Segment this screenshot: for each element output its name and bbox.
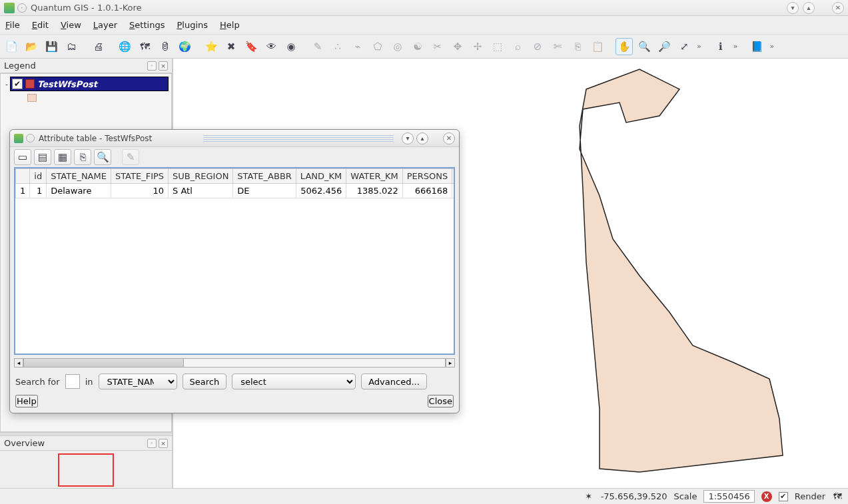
dialog-close-button[interactable]: ✕ xyxy=(443,132,455,144)
menu-layer[interactable]: Layer xyxy=(93,20,117,30)
toolbar-overflow-3[interactable]: » xyxy=(768,42,775,51)
copy-icon[interactable]: ⎘ xyxy=(569,38,586,55)
delete-selected-icon[interactable]: ⊘ xyxy=(529,38,546,55)
minimize-button[interactable]: ▾ xyxy=(787,2,799,14)
save-as-icon[interactable]: 🗂 xyxy=(63,38,80,55)
menu-settings[interactable]: Settings xyxy=(129,20,165,30)
table-hscrollbar[interactable]: ◂ ▸ xyxy=(14,358,455,368)
close-window-button[interactable]: ✕ xyxy=(832,2,844,14)
table-row[interactable]: 1 1 Delaware 10 S Atl DE 5062.456 1385.0… xyxy=(16,184,456,198)
move-top-icon[interactable]: ▤ xyxy=(34,149,51,165)
add-vector-icon[interactable]: 🌐 xyxy=(116,38,133,55)
zoom-out-icon[interactable]: 🔎 xyxy=(655,38,673,55)
menu-view[interactable]: View xyxy=(61,20,81,30)
col-state-fips[interactable]: STATE_FIPS xyxy=(111,169,168,184)
add-island-icon[interactable]: ☯ xyxy=(409,38,426,55)
move-feature-icon[interactable]: ✢ xyxy=(469,38,486,55)
pan-icon[interactable]: ✋ xyxy=(616,38,633,55)
menu-bar: File Edit View Layer Settings Plugins He… xyxy=(0,16,848,35)
search-text-input[interactable] xyxy=(65,374,80,389)
legend-close-icon[interactable]: × xyxy=(159,61,168,71)
window-menu-icon[interactable]: · xyxy=(17,3,27,13)
dialog-max-button[interactable]: ▴ xyxy=(416,132,428,144)
help-book-icon[interactable]: 📘 xyxy=(748,38,765,55)
search-field-select[interactable]: STATE_NAME xyxy=(99,374,177,389)
scale-input[interactable]: 1:550456 xyxy=(703,490,754,503)
col-sub-region[interactable]: SUB_REGION xyxy=(169,169,233,184)
capture-point-icon[interactable]: ∴ xyxy=(329,38,346,55)
print-icon[interactable]: 🖨 xyxy=(89,38,107,55)
legend-shade-icon[interactable]: ◦ xyxy=(147,61,157,71)
dialog-menu-icon[interactable] xyxy=(26,134,35,142)
col-persons[interactable]: PERSONS xyxy=(402,169,452,184)
open-project-icon[interactable]: 📂 xyxy=(23,38,40,55)
unselect-all-icon[interactable]: ▭ xyxy=(14,149,31,165)
overview-close-icon[interactable]: × xyxy=(159,439,168,448)
capture-polygon-icon[interactable]: ⬠ xyxy=(369,38,386,55)
stop-render-icon[interactable]: X xyxy=(761,491,772,502)
scroll-track[interactable] xyxy=(23,358,446,368)
cut-icon[interactable]: ✄ xyxy=(549,38,566,55)
col-rownum[interactable] xyxy=(16,169,30,184)
scroll-left-icon[interactable]: ◂ xyxy=(14,358,23,368)
col-state-abbr[interactable]: STATE_ABBR xyxy=(233,169,296,184)
menu-plugins[interactable]: Plugins xyxy=(177,20,208,30)
new-project-icon[interactable]: 📄 xyxy=(3,38,20,55)
zoom-to-selected-icon[interactable]: 🔍 xyxy=(94,149,111,165)
toolbar-overflow-2[interactable]: » xyxy=(732,42,739,51)
layer-item[interactable]: ✔ TestWfsPost xyxy=(10,77,169,91)
col-familie[interactable]: FAMILIE xyxy=(452,169,455,184)
split-icon[interactable]: ✂ xyxy=(429,38,446,55)
col-id[interactable]: id xyxy=(30,169,47,184)
zoom-in-icon[interactable]: 🔍 xyxy=(636,38,653,55)
add-raster-icon[interactable]: 🗺 xyxy=(136,38,153,55)
layer-visibility-checkbox[interactable]: ✔ xyxy=(12,79,23,89)
layer-collapse-icon[interactable]: - xyxy=(3,80,10,89)
zoom-full-icon[interactable]: ⤢ xyxy=(675,38,693,55)
help-button[interactable]: Help xyxy=(15,395,38,407)
dialog-titlebar[interactable]: Attribute table - TestWfsPost ▾ ▴ ✕ xyxy=(10,130,459,147)
toggle-edit-icon[interactable]: ✎ xyxy=(122,149,139,165)
show-bookmarks-icon[interactable]: 🔖 xyxy=(242,38,260,55)
move-vertex-icon[interactable]: ✥ xyxy=(449,38,466,55)
advanced-button[interactable]: Advanced... xyxy=(361,374,427,389)
select-icon[interactable]: ⬚ xyxy=(489,38,506,55)
maximize-button[interactable]: ▴ xyxy=(803,2,815,14)
search-button[interactable]: Search xyxy=(183,374,227,389)
menu-edit[interactable]: Edit xyxy=(32,20,49,30)
cell-persons: 666168 xyxy=(402,184,452,198)
scroll-thumb[interactable] xyxy=(24,359,184,367)
add-db-icon[interactable]: 🛢 xyxy=(156,38,173,55)
col-water-km[interactable]: WATER_KM xyxy=(346,169,402,184)
add-wms-icon[interactable]: 🌍 xyxy=(176,38,193,55)
search-mode-select[interactable]: select xyxy=(232,374,356,389)
col-state-name[interactable]: STATE_NAME xyxy=(47,169,111,184)
invert-selection-icon[interactable]: ▦ xyxy=(54,149,71,165)
copy-rows-icon[interactable]: ⎘ xyxy=(74,149,91,165)
col-land-km[interactable]: LAND_KM xyxy=(296,169,346,184)
save-icon[interactable]: 💾 xyxy=(43,38,60,55)
overview-panel xyxy=(0,451,172,488)
identify-icon[interactable]: ℹ xyxy=(712,38,729,55)
paste-icon[interactable]: 📋 xyxy=(589,38,606,55)
pencil-icon[interactable]: ✎ xyxy=(309,38,326,55)
close-button[interactable]: Close xyxy=(428,395,454,407)
attribute-table[interactable]: id STATE_NAME STATE_FIPS SUB_REGION STAT… xyxy=(14,167,455,355)
dialog-shade-button[interactable]: ▾ xyxy=(402,132,414,144)
eye-refresh-icon[interactable]: ◉ xyxy=(282,38,300,55)
projection-icon[interactable]: ✶ xyxy=(584,491,594,502)
delete-bookmark-icon[interactable]: ✖ xyxy=(222,38,240,55)
render-checkbox[interactable]: ✔ xyxy=(779,492,788,501)
scroll-right-icon[interactable]: ▸ xyxy=(446,358,455,368)
menu-help[interactable]: Help xyxy=(220,20,240,30)
toolbar-overflow-1[interactable]: » xyxy=(695,42,703,51)
overview-label: Overview xyxy=(4,438,45,448)
overview-shade-icon[interactable]: ◦ xyxy=(147,439,157,448)
capture-line-icon[interactable]: ⌁ xyxy=(349,38,366,55)
new-bookmark-icon[interactable]: ⭐ xyxy=(203,38,220,55)
zoom-selection-icon[interactable]: ⌕ xyxy=(509,38,526,55)
add-ring-icon[interactable]: ◎ xyxy=(389,38,406,55)
menu-file[interactable]: File xyxy=(5,20,20,30)
eye-show-icon[interactable]: 👁 xyxy=(262,38,280,55)
crs-status-icon[interactable]: 🗺 xyxy=(832,491,843,502)
